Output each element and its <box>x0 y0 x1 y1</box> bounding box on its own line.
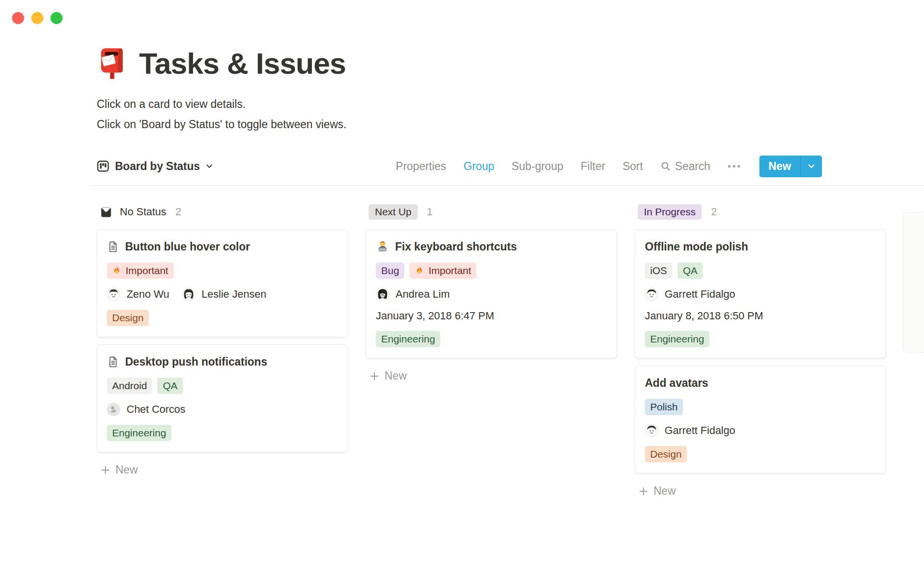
tag-qa: QA <box>157 378 182 394</box>
people-row: Garrett Fidalgo <box>645 288 876 301</box>
column-header-next-up[interactable]: Next Up1 <box>366 203 617 221</box>
tag-important: Important <box>410 263 476 279</box>
column-count: 1 <box>427 206 433 218</box>
toolbar-sub-group[interactable]: Sub-group <box>512 160 563 173</box>
people-row: Zeno WuLeslie Jensen <box>107 288 338 301</box>
person-name: Zeno Wu <box>127 288 169 301</box>
toolbar-sort[interactable]: Sort <box>623 160 643 173</box>
view-switcher-label: Board by Status <box>115 160 200 173</box>
card[interactable]: Desktop push notificationsAndroidQAChet … <box>97 344 348 452</box>
column-in-progress: In Progress2Offline mode polishiOSQAGarr… <box>635 203 886 498</box>
tag-android: Android <box>107 378 152 394</box>
person-name: Andrea Lim <box>396 288 450 301</box>
kanban-board: No Status2Button blue hover colorImporta… <box>97 186 924 498</box>
avatar <box>107 403 120 416</box>
card-title-row: Fix keyboard shortcuts <box>376 239 607 254</box>
postbox-emoji-icon <box>97 47 127 80</box>
tag-row: Design <box>107 310 338 326</box>
new-button-dropdown[interactable] <box>800 156 822 177</box>
tag-label: Important <box>126 264 168 277</box>
toolbar-search-label: Search <box>675 160 710 173</box>
chevron-down-icon <box>205 162 213 170</box>
card-date: January 3, 2018 6:47 PM <box>376 310 607 322</box>
tag-ios: iOS <box>645 263 672 279</box>
card-title: Desktop push notifications <box>125 355 267 369</box>
page-header: Tasks & Issues <box>97 0 924 80</box>
column-header-in-progress[interactable]: In Progress2 <box>635 203 886 221</box>
minimize-button[interactable] <box>31 12 43 24</box>
new-button[interactable]: New <box>759 156 800 177</box>
column-header-no-status[interactable]: No Status2 <box>97 203 348 221</box>
add-card-button[interactable]: New <box>635 481 886 498</box>
add-card-label: New <box>385 369 407 382</box>
board-icon <box>97 160 109 172</box>
search-icon <box>660 161 671 171</box>
toolbar-filter[interactable]: Filter <box>581 160 605 173</box>
column-count: 2 <box>176 206 181 218</box>
column-next-up: Next Up1Fix keyboard shortcutsBugImporta… <box>366 203 617 498</box>
add-card-button[interactable]: New <box>97 460 348 476</box>
column-no-status: No Status2Button blue hover colorImporta… <box>97 203 348 498</box>
tag-row: Engineering <box>107 425 338 441</box>
card[interactable]: Offline mode polishiOSQAGarrett FidalgoJ… <box>635 229 886 358</box>
card-title-row: Button blue hover color <box>107 239 338 254</box>
person: Garrett Fidalgo <box>645 288 735 301</box>
card-title: Fix keyboard shortcuts <box>395 239 517 254</box>
tag-engineering: Engineering <box>376 331 440 347</box>
person: Leslie Jensen <box>182 288 267 301</box>
tag-row: BugImportant <box>376 263 607 279</box>
add-card-button[interactable]: New <box>366 366 617 382</box>
tag-row: Important <box>107 263 338 279</box>
card[interactable]: Add avatarsPolishGarrett FidalgoDesign <box>635 366 886 473</box>
close-button[interactable] <box>12 12 24 24</box>
card-title: Add avatars <box>645 376 708 390</box>
avatar <box>182 288 195 301</box>
tag-label: Design <box>112 312 143 324</box>
column-label: No Status <box>120 206 167 218</box>
page-title: Tasks & Issues <box>139 46 346 80</box>
column-count: 2 <box>711 206 717 218</box>
person-name: Chet Corcos <box>127 403 185 416</box>
tag-label: QA <box>683 264 697 277</box>
column-label: Next Up <box>369 204 418 220</box>
person-name: Garrett Fidalgo <box>665 288 735 301</box>
more-options-button[interactable]: ••• <box>728 161 742 172</box>
zoom-button[interactable] <box>51 12 63 24</box>
next-column-peek-card[interactable] <box>903 212 924 353</box>
tag-label: Android <box>112 380 147 392</box>
tag-row: Engineering <box>645 331 876 347</box>
description-line-2: Click on 'Board by Status' to toggle bet… <box>97 114 924 134</box>
tag-label: Engineering <box>381 333 435 345</box>
person-name: Garrett Fidalgo <box>665 424 735 437</box>
card-date: January 8, 2018 6:50 PM <box>645 310 876 322</box>
person: Zeno Wu <box>107 288 169 301</box>
card-title-row: Desktop push notifications <box>107 355 338 369</box>
tag-row: AndroidQA <box>107 378 338 394</box>
new-button-group: New <box>759 156 822 177</box>
tag-label: Bug <box>381 264 399 277</box>
document-icon <box>107 240 119 253</box>
tag-important: Important <box>107 263 174 279</box>
toolbar-properties[interactable]: Properties <box>396 160 446 173</box>
person: Andrea Lim <box>376 288 450 301</box>
tag-engineering: Engineering <box>645 331 709 347</box>
toolbar-group[interactable]: Group <box>463 160 494 173</box>
view-toolbar: Board by Status Properties Group Sub-gro… <box>97 155 924 178</box>
toolbar-search[interactable]: Search <box>660 160 710 173</box>
card[interactable]: Button blue hover colorImportantZeno WuL… <box>97 229 348 337</box>
tag-row: Design <box>645 446 876 462</box>
window-controls <box>12 12 63 24</box>
card[interactable]: Fix keyboard shortcutsBugImportantAndrea… <box>366 229 617 358</box>
tag-label: Important <box>428 264 471 277</box>
person: Garrett Fidalgo <box>645 424 735 437</box>
tag-design: Design <box>645 446 687 462</box>
view-switcher[interactable]: Board by Status <box>97 160 213 173</box>
person: Chet Corcos <box>107 403 185 416</box>
technologist-emoji <box>376 240 389 253</box>
avatar <box>645 288 658 301</box>
tag-bug: Bug <box>376 263 404 279</box>
document-icon <box>107 355 119 368</box>
avatar <box>107 288 120 301</box>
tag-label: iOS <box>650 264 667 277</box>
plus-icon <box>101 465 110 475</box>
